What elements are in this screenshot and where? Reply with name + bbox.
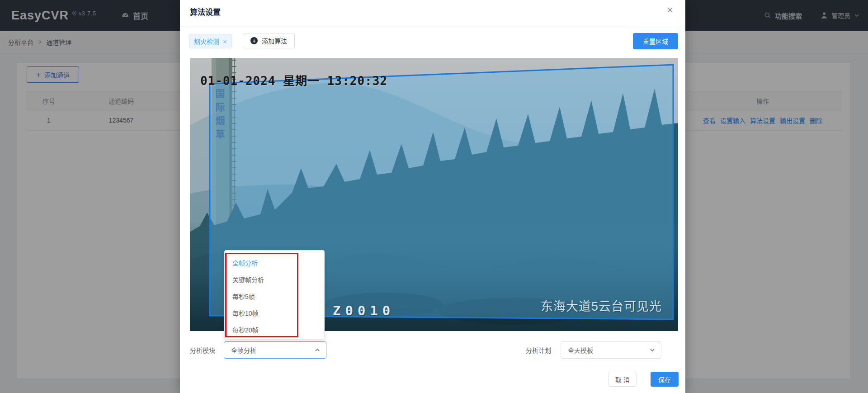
header-divider bbox=[180, 26, 685, 26]
add-algorithm-label: 添加算法 bbox=[262, 36, 287, 45]
algorithm-tag-fire-smoke[interactable]: 烟火检测 × bbox=[189, 34, 232, 48]
dialog-title: 算法设置 bbox=[190, 6, 221, 17]
chevron-down-icon bbox=[649, 347, 656, 353]
analysis-module-dropdown: 全帧分析 关键帧分析 每秒5帧 每秒10帧 每秒20帧 bbox=[224, 250, 325, 340]
osd-camera-name: 东海大道5云台可见光 bbox=[541, 297, 662, 314]
analysis-module-value: 全帧分析 bbox=[231, 346, 256, 355]
dropdown-option-keyframe[interactable]: 关键帧分析 bbox=[225, 272, 324, 289]
dropdown-option-10fps[interactable]: 每秒10帧 bbox=[225, 305, 324, 322]
cancel-button[interactable]: 取 消 bbox=[609, 372, 637, 387]
analysis-plan-value: 全天模板 bbox=[568, 346, 593, 355]
osd-camera-code: Z0010 bbox=[333, 303, 395, 318]
dropdown-option-5fps[interactable]: 每秒5帧 bbox=[225, 289, 324, 305]
reset-region-button[interactable]: 重置区域 bbox=[633, 33, 678, 49]
chevron-up-icon bbox=[314, 347, 321, 353]
circle-plus-icon: + bbox=[250, 37, 258, 44]
analysis-module-select[interactable]: 全帧分析 bbox=[224, 341, 326, 359]
chimney-text: 国际烟草 bbox=[212, 89, 226, 143]
tag-close-icon[interactable]: × bbox=[223, 38, 227, 45]
analysis-plan-label: 分析计划 bbox=[526, 346, 551, 355]
save-button[interactable]: 保存 bbox=[651, 372, 679, 387]
dropdown-option-full-frame[interactable]: 全帧分析 bbox=[225, 255, 324, 272]
algorithm-settings-dialog: 算法设置 × 烟火检测 × + 添加算法 重置区域 bbox=[180, 0, 685, 393]
add-algorithm-button[interactable]: + 添加算法 bbox=[243, 33, 295, 48]
dropdown-option-20fps[interactable]: 每秒20帧 bbox=[225, 322, 324, 339]
algorithm-tag-label: 烟火检测 bbox=[194, 37, 219, 46]
analysis-plan-select[interactable]: 全天模板 bbox=[561, 341, 661, 359]
close-icon[interactable]: × bbox=[662, 2, 678, 18]
analysis-module-label: 分析模块 bbox=[190, 346, 215, 355]
osd-timestamp: 01-01-2024 星期一 13:20:32 bbox=[200, 71, 387, 88]
